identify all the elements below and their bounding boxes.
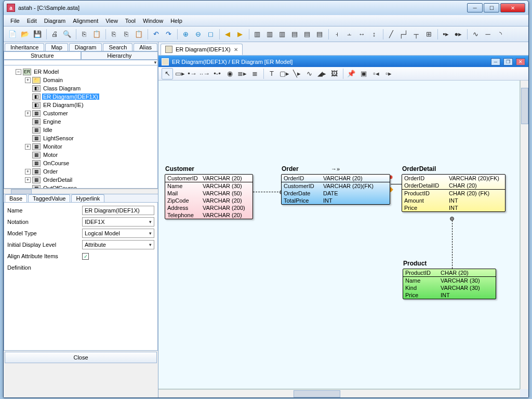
dropdown-handle[interactable]: ▼ xyxy=(4,60,158,65)
save-icon[interactable]: 💾 xyxy=(32,29,43,40)
menu-alignment[interactable]: Alignment xyxy=(69,17,102,25)
menu-help[interactable]: Help xyxy=(167,17,186,25)
idl-combo[interactable]: Attribute xyxy=(82,240,154,249)
size-w-icon[interactable]: ↔ xyxy=(356,29,367,40)
pin-icon[interactable]: 📌 xyxy=(345,68,357,79)
minimize-button[interactable]: ─ xyxy=(467,3,483,12)
preview-icon[interactable]: 🔍 xyxy=(61,29,73,40)
mdi-restore[interactable]: ❐ xyxy=(503,58,513,65)
tree-domain[interactable]: +📁 Domain xyxy=(5,76,156,84)
model-type-combo[interactable]: Logical Model xyxy=(82,229,154,238)
pointer-icon[interactable]: ↖ xyxy=(162,68,173,79)
entity-product[interactable]: Product ProductIDCHAR (20)NameVARCHAR (3… xyxy=(403,269,496,299)
rel1-icon[interactable]: •→ xyxy=(187,68,198,79)
rel3-icon[interactable]: •-• xyxy=(211,68,223,79)
attr-icon[interactable]: ≣▸ xyxy=(236,68,248,79)
redo-icon[interactable]: ↷ xyxy=(163,29,174,40)
line-icon[interactable]: ─ xyxy=(482,29,494,40)
mini2-icon[interactable]: ▫▸ xyxy=(383,68,394,79)
rel-customer-order[interactable] xyxy=(253,192,281,192)
print-icon[interactable]: 🖨 xyxy=(49,29,60,40)
domain-icon[interactable]: ≣ xyxy=(249,68,260,79)
paste2-icon[interactable]: 📋 xyxy=(133,29,144,40)
close-button[interactable]: Close xyxy=(5,352,157,363)
menu-file[interactable]: File xyxy=(7,17,23,25)
maximize-button[interactable]: ☐ xyxy=(484,3,499,12)
snap-icon[interactable]: ∿ xyxy=(470,29,481,40)
freehand-icon[interactable]: ∿ xyxy=(303,68,315,79)
tab-base[interactable]: Base xyxy=(5,194,27,202)
tree-icon[interactable]: ┬ xyxy=(410,29,422,40)
text-icon[interactable]: T xyxy=(266,68,277,79)
tree-item[interactable]: ▦Idle xyxy=(5,126,156,134)
style2-icon[interactable]: ●▸ xyxy=(453,29,464,40)
tree-item[interactable]: ▦OutOfCourse xyxy=(5,184,156,189)
tree-item[interactable]: ▦Motor xyxy=(5,151,156,159)
menu-window[interactable]: Window xyxy=(139,17,167,25)
image-icon[interactable]: 🖼 xyxy=(328,68,340,79)
er-canvas[interactable]: →» Customer CustomerIDVARCHAR (20)NameVA… xyxy=(158,81,520,389)
entity-customer[interactable]: Customer CustomerIDVARCHAR (20)NameVARCH… xyxy=(165,174,253,219)
zoom-out-icon[interactable]: ⊖ xyxy=(192,29,204,40)
style1-icon[interactable]: ▪▸ xyxy=(440,29,451,40)
align-bottom-icon[interactable]: ▤ xyxy=(314,29,325,40)
layout-icon[interactable]: ⊞ xyxy=(423,29,434,40)
tree-item[interactable]: +▦Customer xyxy=(5,109,156,117)
align-middle-icon[interactable]: ▤ xyxy=(301,29,313,40)
structure-tree[interactable]: −ER ER Model +📁 Domain ◧Class Diagram◧ER… xyxy=(4,65,158,189)
tab-diagram[interactable]: Diagram xyxy=(69,43,102,51)
line2-icon[interactable]: ╲▸ xyxy=(291,68,302,79)
tab-taggedvalue[interactable]: TaggedValue xyxy=(28,194,70,202)
name-field[interactable]: ER Diagram(IDEF1X) xyxy=(82,206,154,215)
dist-h-icon[interactable]: ⫞ xyxy=(331,29,342,40)
mini1-icon[interactable]: ▫◂ xyxy=(370,68,382,79)
rect-icon[interactable]: ▢▸ xyxy=(278,68,290,79)
entity-icon[interactable]: ▭▸ xyxy=(174,68,185,79)
lock-icon[interactable]: ▣ xyxy=(358,68,369,79)
curve-icon[interactable]: ◝ xyxy=(495,29,506,40)
menu-diagram[interactable]: Diagram xyxy=(41,17,70,25)
highlight-icon[interactable]: ◢▸ xyxy=(316,68,327,79)
tab-search[interactable]: Search xyxy=(103,43,132,51)
open-icon[interactable]: 📂 xyxy=(19,29,31,40)
tab-hierarchy[interactable]: Hierarchy xyxy=(81,51,158,60)
tree-hscroll[interactable] xyxy=(4,189,158,194)
nav-fwd-icon[interactable]: ▶ xyxy=(234,29,246,40)
dist-v-icon[interactable]: ⫠ xyxy=(343,29,355,40)
canvas-hscroll[interactable] xyxy=(158,389,520,397)
tree-root[interactable]: −ER ER Model xyxy=(5,68,156,76)
tab-hyperlink[interactable]: Hyperlink xyxy=(71,194,104,202)
tab-alias[interactable]: Alias xyxy=(134,43,157,51)
copy-icon[interactable]: ⎘ xyxy=(78,29,90,40)
copy2-icon[interactable]: ⎘ xyxy=(108,29,119,40)
menu-view[interactable]: View xyxy=(102,17,122,25)
rel-detail-product[interactable] xyxy=(452,218,453,269)
rel2-icon[interactable]: ··→ xyxy=(199,68,210,79)
new-icon[interactable]: 📄 xyxy=(7,29,18,40)
paste-icon[interactable]: 📋 xyxy=(91,29,102,40)
menu-tool[interactable]: Tool xyxy=(122,17,139,25)
canvas-vscroll[interactable] xyxy=(520,81,528,389)
mdi-minimize[interactable]: ─ xyxy=(491,58,500,65)
tree-item[interactable]: +▦OrderDetail xyxy=(5,176,156,184)
tree-item[interactable]: ▦LightSensor xyxy=(5,134,156,142)
copy3-icon[interactable]: ⎘ xyxy=(121,29,132,40)
size-h-icon[interactable]: ↕ xyxy=(368,29,380,40)
rel-order-detail[interactable] xyxy=(391,184,402,184)
tab-map[interactable]: Map xyxy=(45,43,68,51)
tree-item[interactable]: ▦Engine xyxy=(5,117,156,126)
tree-item[interactable]: +▦Order xyxy=(5,167,156,176)
close-button[interactable]: ✕ xyxy=(500,3,525,12)
tree-item[interactable]: ◧ER Diagram(IE) xyxy=(5,101,156,109)
entity-orderdetail[interactable]: OrderDetail OrderIDVARCHAR (20)(FK)Order… xyxy=(402,174,506,212)
align-center-icon[interactable]: ▥ xyxy=(264,29,275,40)
relation2-icon[interactable]: ┌┘ xyxy=(398,29,409,40)
doc-tab[interactable]: ER Diagram(IDEF1X) ✕ xyxy=(161,44,243,55)
tree-item[interactable]: ▦OnCourse xyxy=(5,159,156,167)
tree-item[interactable]: +▦Monitor xyxy=(5,142,156,151)
subtype-icon[interactable]: ◉ xyxy=(224,68,235,79)
close-tab-icon[interactable]: ✕ xyxy=(234,47,238,52)
mdi-close[interactable]: ✕ xyxy=(516,58,525,65)
align-left-icon[interactable]: ▥ xyxy=(251,29,263,40)
zoom-in-icon[interactable]: ⊕ xyxy=(180,29,191,40)
